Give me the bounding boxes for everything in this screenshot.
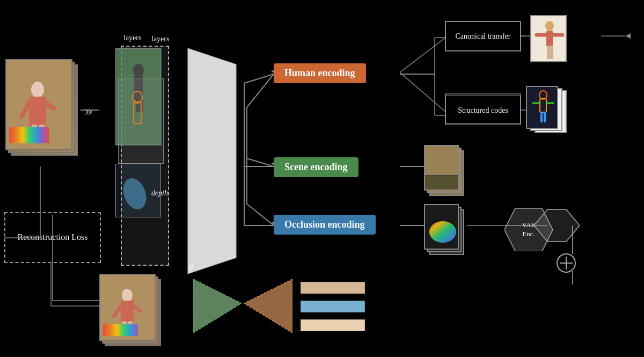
- svg-line-6: [400, 72, 445, 112]
- svg-rect-79: [121, 301, 134, 322]
- vae-enc-container: VAE Enc.: [504, 208, 553, 253]
- bottom-decoder: [244, 279, 292, 335]
- svg-rect-37: [134, 102, 141, 123]
- canonical-output-image: [526, 11, 569, 64]
- occlusion-output-images: [424, 204, 467, 258]
- bottom-input-images: [99, 274, 164, 349]
- svg-point-32: [133, 64, 144, 77]
- svg-rect-59: [548, 46, 553, 59]
- canonical-transfer-box: Canonical transfer: [445, 21, 521, 51]
- reconstruction-loss-text: Reconstruction Loss: [14, 229, 90, 246]
- svg-line-2: [247, 158, 274, 166]
- svg-point-38: [119, 175, 150, 213]
- main-diagram: »: [0, 0, 644, 357]
- svg-point-12: [557, 254, 575, 272]
- svg-text:Enc.: Enc.: [522, 230, 535, 238]
- svg-line-41: [244, 74, 274, 83]
- svg-line-3: [247, 204, 274, 225]
- svg-rect-25: [29, 97, 46, 126]
- structured-codes-text: Structured codes: [458, 106, 508, 115]
- svg-rect-55: [546, 31, 553, 47]
- input-image-stack: [5, 59, 91, 166]
- arrow-double: »: [85, 101, 93, 119]
- svg-rect-84: [103, 324, 138, 336]
- svg-rect-30: [9, 127, 49, 143]
- layers-text: layers: [123, 34, 141, 42]
- svg-rect-60: [527, 87, 558, 129]
- svg-rect-68: [425, 176, 459, 191]
- svg-point-78: [122, 289, 133, 302]
- svg-text:VAE: VAE: [522, 221, 535, 229]
- depth-label-text: depth: [151, 189, 168, 198]
- bottom-encoder: [193, 279, 241, 335]
- encoder-panel: [177, 48, 247, 274]
- reconstruction-loss-box: Reconstruction Loss: [4, 212, 101, 263]
- canonical-transfer-text: Canonical transfer: [455, 32, 510, 41]
- svg-marker-21: [625, 33, 631, 39]
- svg-line-5: [400, 38, 445, 72]
- structured-codes-output: [526, 86, 569, 140]
- human-encoding-label: Human encoding: [274, 63, 366, 83]
- scene-output-images: [424, 145, 467, 199]
- svg-rect-66: [544, 112, 546, 122]
- svg-rect-65: [540, 112, 543, 122]
- svg-point-54: [545, 21, 554, 31]
- svg-marker-86: [244, 279, 292, 333]
- occlusion-encoding-label: Occlusion encoding: [274, 215, 376, 235]
- svg-point-36: [133, 91, 142, 103]
- svg-point-24: [31, 82, 44, 98]
- svg-marker-85: [193, 279, 241, 333]
- structured-codes-box: Structured codes: [445, 96, 521, 125]
- layer-stack: layers depth v̂: [113, 46, 172, 271]
- layers-label-text: layers: [151, 35, 169, 43]
- svg-marker-39: [188, 48, 236, 274]
- scene-encoding-label: Scene encoding: [274, 157, 358, 177]
- svg-line-1: [247, 74, 274, 107]
- svg-point-73: [429, 221, 456, 243]
